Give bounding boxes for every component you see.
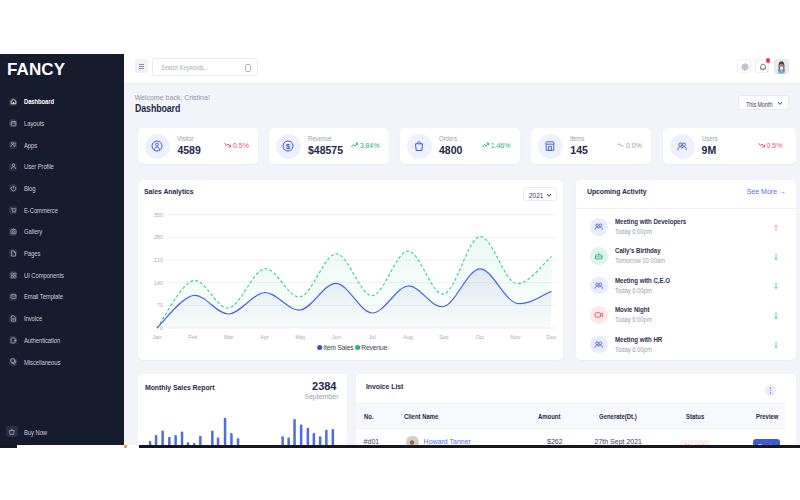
svg-text:Sep: Sep xyxy=(439,334,449,340)
svg-text:Aug: Aug xyxy=(403,334,413,340)
svg-text:Revenue: Revenue xyxy=(361,344,387,351)
svg-text:Mar: Mar xyxy=(224,334,234,340)
svg-text:Item Sales: Item Sales xyxy=(323,344,354,351)
svg-text:Feb: Feb xyxy=(188,334,197,340)
svg-text:Dec: Dec xyxy=(547,334,557,340)
svg-text:Apr: Apr xyxy=(260,334,269,340)
svg-text:May: May xyxy=(295,334,306,340)
svg-text:70: 70 xyxy=(157,302,163,308)
svg-text:Oct: Oct xyxy=(475,334,484,340)
svg-text:Jun: Jun xyxy=(332,334,341,340)
svg-text:Nov: Nov xyxy=(511,334,521,340)
svg-text:$: $ xyxy=(286,141,291,150)
svg-text:210: 210 xyxy=(154,257,163,263)
svg-text:350: 350 xyxy=(154,212,163,218)
svg-text:Jul: Jul xyxy=(369,334,376,340)
svg-text:140: 140 xyxy=(154,280,163,286)
svg-text:Jan: Jan xyxy=(153,334,162,340)
svg-text:280: 280 xyxy=(154,234,163,240)
